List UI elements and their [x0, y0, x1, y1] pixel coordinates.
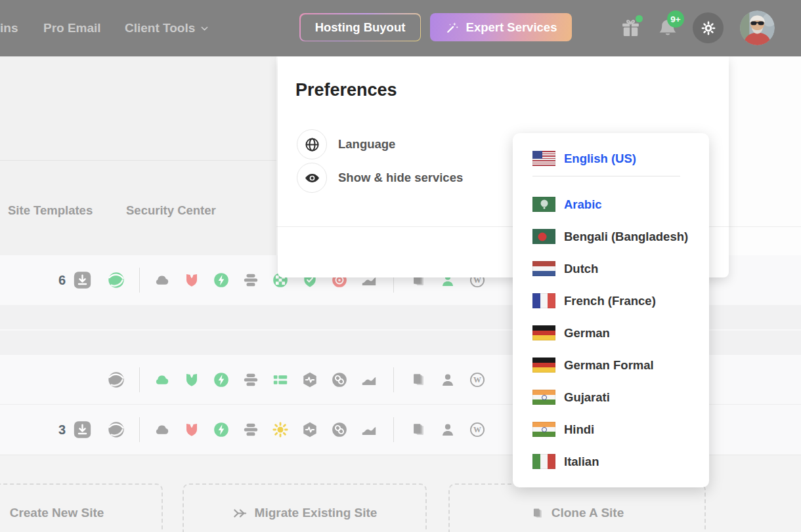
sun-icon[interactable]	[272, 421, 289, 438]
language-options-list: English (US)ArabicBengali (Bangladesh)Du…	[513, 142, 709, 478]
us-flag-icon	[532, 151, 555, 166]
language-option-label: Bengali (Bangladesh)	[564, 230, 688, 244]
tab-site-templates[interactable]: Site Templates	[8, 196, 93, 225]
site-logo-icon[interactable]	[107, 371, 125, 389]
language-option[interactable]: English (US)	[513, 142, 709, 174]
gear-icon	[701, 20, 716, 36]
language-option-label: Hindi	[564, 422, 594, 437]
cloud-icon[interactable]	[154, 421, 171, 438]
language-option[interactable]: Gujarati	[513, 381, 709, 413]
chart-icon[interactable]	[360, 421, 378, 438]
language-option-label: Arabic	[564, 197, 602, 212]
preferences-item-label: Language	[338, 137, 395, 152]
gift-notification-dot	[636, 15, 643, 22]
download-icon[interactable]	[73, 271, 92, 290]
cloud-icon[interactable]	[154, 272, 171, 289]
person-icon[interactable]	[439, 371, 456, 388]
nav-item-client-tools[interactable]: Client Tools	[125, 0, 209, 56]
in-flag-icon	[532, 422, 555, 437]
server-icon[interactable]	[272, 371, 289, 388]
settings-button[interactable]	[693, 12, 724, 43]
expert-services-button[interactable]: Expert Services	[430, 13, 572, 41]
clone-a-site-button[interactable]: Clone A Site	[448, 483, 706, 532]
notifications-badge: 9+	[667, 10, 684, 28]
hexpulse-icon[interactable]	[301, 421, 318, 438]
migrate-existing-site-button[interactable]: Migrate Existing Site	[183, 483, 427, 532]
hexpulse-icon[interactable]	[301, 371, 318, 388]
eye-icon	[297, 163, 327, 193]
shield-icon[interactable]	[183, 371, 200, 388]
preferences-item-language[interactable]: Language	[297, 129, 395, 159]
in-flag-icon	[532, 390, 555, 405]
it-flag-icon	[532, 454, 555, 469]
page-title: Preferences	[295, 80, 397, 100]
language-option-label: Dutch	[564, 262, 598, 276]
divider	[383, 367, 403, 392]
wordpress-icon[interactable]: W	[469, 371, 486, 388]
layers-icon[interactable]	[242, 371, 259, 388]
divider	[139, 268, 140, 293]
nav-item-domains[interactable]: ins	[0, 0, 18, 56]
sa-flag-icon	[532, 197, 555, 212]
language-option[interactable]: Dutch	[513, 253, 709, 285]
svg-text:W: W	[473, 375, 481, 384]
language-option-label: English (US)	[564, 152, 636, 166]
preferences-item-show-hide-services[interactable]: Show & hide services	[297, 163, 463, 193]
expert-services-label: Expert Services	[466, 20, 557, 35]
updates-count: 3	[50, 422, 66, 438]
clone-icon	[530, 506, 544, 520]
download-icon[interactable]	[73, 420, 92, 440]
updates-count: 6	[50, 273, 66, 288]
site-logo-icon[interactable]	[107, 271, 125, 289]
language-option-label: German Formal	[564, 358, 654, 373]
language-option[interactable]: Bengali (Bangladesh)	[513, 220, 709, 253]
language-option[interactable]: Italian	[513, 445, 709, 478]
cloud-icon[interactable]	[154, 371, 171, 388]
rewards-button[interactable]	[618, 16, 642, 40]
divider	[532, 176, 680, 176]
copy-icon[interactable]	[410, 371, 427, 388]
magic-wand-icon	[445, 20, 460, 35]
language-option[interactable]: Arabic	[513, 188, 709, 220]
language-option[interactable]: Hindi	[513, 413, 709, 445]
language-option-label: Italian	[564, 455, 599, 469]
divider	[139, 417, 140, 442]
nav-item-pro-email[interactable]: Pro Email	[43, 0, 101, 56]
language-dropdown-menu: English (US)ArabicBengali (Bangladesh)Du…	[513, 133, 709, 487]
app-root: Site Templates Security Center 6W W 3W C…	[0, 0, 801, 532]
language-option[interactable]: German Formal	[513, 349, 709, 381]
chevron-down-icon	[200, 24, 209, 33]
hosting-buyout-label: Hosting Buyout	[301, 14, 420, 41]
language-option-label: Gujarati	[564, 390, 610, 405]
link-icon[interactable]	[331, 421, 348, 438]
preferences-item-label: Show & hide services	[338, 171, 463, 185]
link-icon[interactable]	[331, 371, 348, 388]
hosting-buyout-button[interactable]: Hosting Buyout	[299, 13, 421, 41]
create-new-site-button[interactable]: Create New Site	[0, 483, 163, 532]
nl-flag-icon	[532, 261, 555, 276]
person-icon[interactable]	[439, 421, 456, 438]
nav-item-label: Client Tools	[125, 21, 195, 35]
shield-icon[interactable]	[183, 272, 200, 289]
bolt-icon[interactable]	[213, 371, 230, 388]
clone-a-site-label: Clone A Site	[552, 506, 624, 520]
language-option-label: French (France)	[564, 294, 656, 308]
copy-icon[interactable]	[410, 421, 427, 438]
migrate-existing-site-label: Migrate Existing Site	[255, 506, 378, 520]
chart-icon[interactable]	[360, 371, 378, 388]
de-flag-icon	[532, 325, 555, 340]
avatar-photo	[740, 10, 775, 45]
top-navbar: ins Pro Email Client Tools Hosting Buyou…	[0, 0, 801, 56]
bolt-icon[interactable]	[213, 421, 230, 438]
language-option[interactable]: French (France)	[513, 285, 709, 317]
tab-security-center[interactable]: Security Center	[126, 196, 216, 225]
language-option[interactable]: German	[513, 317, 709, 349]
wordpress-icon[interactable]: W	[469, 421, 486, 438]
layers-icon[interactable]	[242, 421, 259, 438]
site-logo-icon[interactable]	[107, 420, 125, 439]
bolt-icon[interactable]	[213, 272, 230, 289]
fr-flag-icon	[532, 293, 555, 308]
layers-icon[interactable]	[242, 272, 259, 289]
shield-icon[interactable]	[183, 421, 200, 438]
user-avatar[interactable]	[740, 10, 775, 45]
